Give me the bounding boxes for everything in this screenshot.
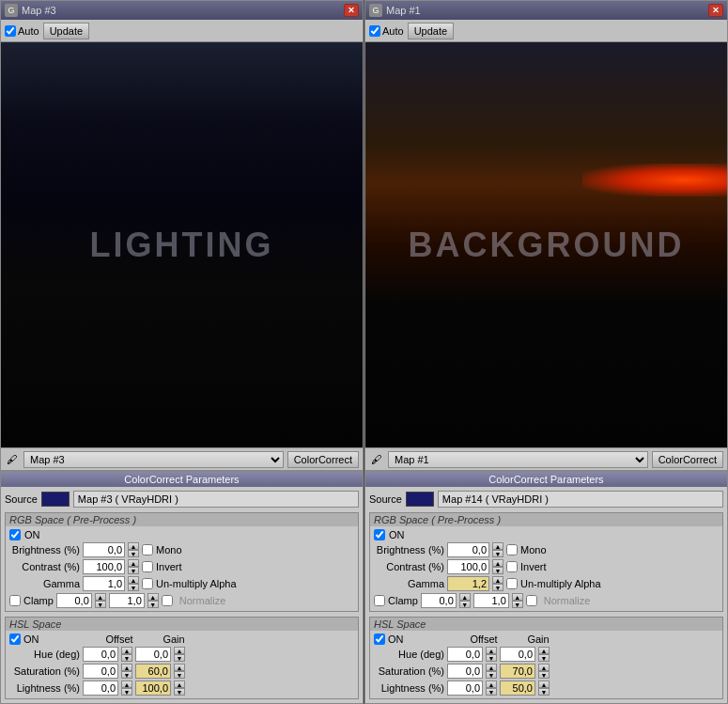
left-auto-checkbox-label[interactable]: Auto xyxy=(5,25,39,37)
right-map-select[interactable]: Map #1 xyxy=(388,451,648,468)
right-gamma-input[interactable] xyxy=(447,576,489,591)
right-contrast-down[interactable]: ▼ xyxy=(492,567,503,574)
left-contrast-up[interactable]: ▲ xyxy=(128,559,139,567)
right-brightness-down[interactable]: ▼ xyxy=(492,550,503,557)
right-brightness-input[interactable] xyxy=(447,542,489,557)
right-auto-checkbox[interactable] xyxy=(369,25,380,37)
left-light-offset-input[interactable] xyxy=(83,681,118,696)
left-hue-offset-up[interactable]: ▲ xyxy=(121,647,132,654)
left-hsl-on-checkbox[interactable] xyxy=(9,634,21,645)
right-brightness-up[interactable]: ▲ xyxy=(492,542,503,550)
left-sat-gain-down[interactable]: ▼ xyxy=(174,671,185,679)
left-hue-offset-down[interactable]: ▼ xyxy=(121,654,132,662)
left-normalize-checkbox[interactable] xyxy=(162,595,173,606)
left-clamp-val1[interactable] xyxy=(56,593,92,608)
left-light-gain-down[interactable]: ▼ xyxy=(174,688,185,696)
right-clamp-val1[interactable] xyxy=(421,593,457,608)
left-clamp2-up[interactable]: ▲ xyxy=(147,593,159,601)
right-source-map-label: Map #14 ( VRayHDRI ) xyxy=(438,491,723,508)
right-light-offset-input[interactable] xyxy=(447,681,483,696)
right-pipette-icon[interactable]: 🖋 xyxy=(369,452,384,467)
left-brightness-input[interactable] xyxy=(83,542,125,557)
right-sat-gain-up[interactable]: ▲ xyxy=(538,664,550,671)
left-close-button[interactable]: ✕ xyxy=(344,4,359,17)
left-colorcorrect-button[interactable]: ColorCorrect xyxy=(287,451,359,468)
left-map-select[interactable]: Map #3 xyxy=(23,451,284,468)
right-sat-gain-down[interactable]: ▼ xyxy=(538,671,550,679)
left-light-gain-up[interactable]: ▲ xyxy=(174,681,185,688)
left-sat-offset-input[interactable] xyxy=(83,664,118,679)
right-light-offset-down[interactable]: ▼ xyxy=(486,688,497,696)
left-hue-gain-down[interactable]: ▼ xyxy=(174,654,185,662)
right-hue-offset-down[interactable]: ▼ xyxy=(486,654,497,662)
left-brightness-down[interactable]: ▼ xyxy=(128,550,139,557)
right-clamp2-down[interactable]: ▼ xyxy=(512,601,523,608)
left-clamp2-down[interactable]: ▼ xyxy=(147,601,159,608)
right-mono-checkbox[interactable] xyxy=(506,544,518,555)
right-sat-offset-up[interactable]: ▲ xyxy=(486,664,497,671)
left-invert-checkbox[interactable] xyxy=(142,561,153,572)
left-gamma-up[interactable]: ▲ xyxy=(128,576,139,584)
left-update-button[interactable]: Update xyxy=(43,23,89,39)
right-light-offset-up[interactable]: ▲ xyxy=(486,681,497,688)
right-auto-checkbox-label[interactable]: Auto xyxy=(369,25,404,37)
left-hue-gain-input[interactable] xyxy=(135,647,171,662)
left-gamma-down[interactable]: ▼ xyxy=(128,584,139,591)
left-hue-gain-up[interactable]: ▲ xyxy=(174,647,185,654)
right-gamma-up[interactable]: ▲ xyxy=(492,576,503,584)
right-hue-gain-up[interactable]: ▲ xyxy=(538,647,550,654)
right-source-label: Source xyxy=(369,493,402,505)
right-sat-offset-input[interactable] xyxy=(447,664,483,679)
right-clamp-val2[interactable] xyxy=(473,593,509,608)
left-clamp1-down[interactable]: ▼ xyxy=(95,601,106,608)
left-auto-checkbox[interactable] xyxy=(5,25,16,37)
left-source-color[interactable] xyxy=(41,492,70,507)
left-clamp-val2[interactable] xyxy=(109,593,145,608)
left-light-gain-input[interactable] xyxy=(135,681,171,696)
right-hsl-on-checkbox[interactable] xyxy=(374,634,385,645)
right-clamp-checkbox[interactable] xyxy=(374,595,385,606)
right-contrast-input[interactable] xyxy=(447,559,489,574)
left-clamp1-up[interactable]: ▲ xyxy=(95,593,106,601)
right-close-button[interactable]: ✕ xyxy=(708,4,723,17)
left-clamp-checkbox[interactable] xyxy=(9,595,21,606)
left-hue-offset-input[interactable] xyxy=(83,647,118,662)
right-hue-gain-down[interactable]: ▼ xyxy=(538,654,550,662)
right-contrast-up[interactable]: ▲ xyxy=(492,559,503,567)
right-light-gain-down[interactable]: ▼ xyxy=(538,688,550,696)
right-clamp1-up[interactable]: ▲ xyxy=(459,593,471,601)
left-brightness-up[interactable]: ▲ xyxy=(128,542,139,550)
left-pipette-icon[interactable]: 🖋 xyxy=(5,452,20,467)
left-unmultiply-checkbox[interactable] xyxy=(142,578,153,589)
left-sat-gain-up[interactable]: ▲ xyxy=(174,664,185,671)
left-light-offset-down[interactable]: ▼ xyxy=(121,688,132,696)
right-hue-gain-input[interactable] xyxy=(500,647,535,662)
right-source-color[interactable] xyxy=(406,492,434,507)
right-hue-offset-input[interactable] xyxy=(447,647,483,662)
left-contrast-down[interactable]: ▼ xyxy=(128,567,139,574)
right-on-label: ON xyxy=(389,529,405,540)
right-gamma-down[interactable]: ▼ xyxy=(492,584,503,591)
right-light-gain-up[interactable]: ▲ xyxy=(538,681,550,688)
right-colorcorrect-button[interactable]: ColorCorrect xyxy=(652,451,723,468)
right-unmultiply-checkbox[interactable] xyxy=(506,578,518,589)
right-clamp2-up[interactable]: ▲ xyxy=(512,593,523,601)
left-sat-offset-up[interactable]: ▲ xyxy=(121,664,132,671)
left-gamma-label: Gamma xyxy=(9,578,80,589)
right-normalize-checkbox[interactable] xyxy=(526,595,537,606)
left-gamma-input[interactable] xyxy=(83,576,125,591)
right-update-button[interactable]: Update xyxy=(408,23,454,39)
left-mono-checkbox[interactable] xyxy=(142,544,153,555)
right-clamp1-down[interactable]: ▼ xyxy=(459,601,471,608)
left-sat-gain-input[interactable] xyxy=(135,664,171,679)
left-light-offset-up[interactable]: ▲ xyxy=(121,681,132,688)
right-light-gain-input[interactable] xyxy=(500,681,535,696)
left-sat-offset-down[interactable]: ▼ xyxy=(121,671,132,679)
right-hue-offset-up[interactable]: ▲ xyxy=(486,647,497,654)
right-on-checkbox[interactable] xyxy=(374,529,385,540)
left-contrast-input[interactable] xyxy=(83,559,125,574)
right-sat-offset-down[interactable]: ▼ xyxy=(486,671,497,679)
right-sat-gain-input[interactable] xyxy=(500,664,535,679)
right-invert-checkbox[interactable] xyxy=(506,561,518,572)
left-on-checkbox[interactable] xyxy=(9,529,21,540)
